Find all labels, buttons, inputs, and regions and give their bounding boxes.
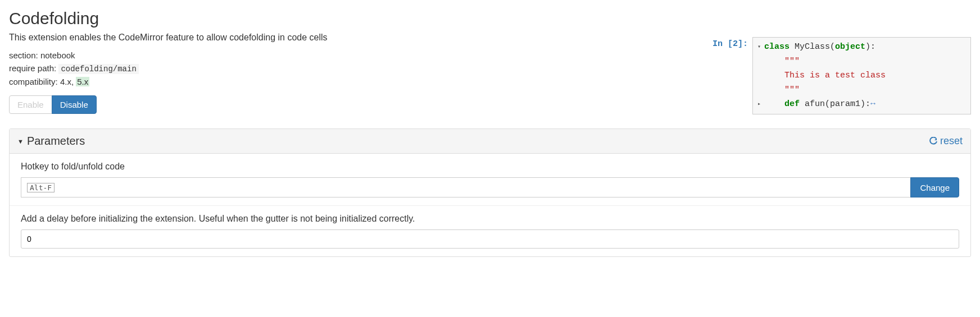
fold-down-icon[interactable]: ▾ (757, 42, 764, 52)
compat-v1: 4.x, (60, 77, 74, 86)
parameters-panel: ▼ Parameters reset Hotkey to fold/unfold… (9, 128, 971, 257)
code-line: ▸ def afun(param1):↔ (757, 97, 966, 112)
fold-right-icon[interactable]: ▸ (757, 99, 764, 109)
compat-label: compatibility: (9, 77, 58, 86)
code-text: """ (764, 83, 800, 98)
enable-disable-group: Enable Disable (9, 95, 97, 114)
code-line: """ (757, 54, 966, 69)
require-label: require path: (9, 63, 56, 73)
panel-title[interactable]: ▼ Parameters (17, 135, 85, 148)
code-line: This is a test class (757, 68, 966, 83)
code-preview: In [2]: ▾ class MyClass(object): """ Thi… (713, 37, 971, 114)
code-line: ▾ class MyClass(object): (757, 40, 966, 54)
refresh-icon (929, 137, 938, 146)
hotkey-input-row: Alt-F Change (21, 177, 959, 197)
delay-label: Add a delay before initializing the exte… (21, 214, 959, 224)
change-button[interactable]: Change (910, 177, 959, 197)
cell-prompt: In [2]: (713, 37, 752, 49)
panel-body: Hotkey to fold/unfold code Alt-F Change … (10, 154, 970, 256)
code-block: ▾ class MyClass(object): """ This is a t… (752, 37, 971, 114)
code-text: This is a test class (764, 68, 886, 83)
hotkey-input[interactable]: Alt-F (21, 177, 911, 197)
delay-input[interactable] (21, 229, 959, 249)
code-text: def afun(param1):↔ (764, 97, 875, 112)
code-text: """ (764, 54, 800, 69)
page-title: Codefolding (9, 9, 971, 28)
panel-heading: ▼ Parameters reset (10, 129, 970, 154)
reset-link[interactable]: reset (929, 135, 963, 147)
code-line: """ (757, 83, 966, 98)
require-value: codefolding/main (58, 64, 138, 74)
hotkey-label: Hotkey to fold/unfold code (21, 162, 959, 172)
code-text: class MyClass(object): (764, 40, 875, 54)
param-delay: Add a delay before initializing the exte… (10, 206, 970, 256)
param-hotkey: Hotkey to fold/unfold code Alt-F Change (10, 154, 970, 206)
section-label: section: (9, 50, 38, 60)
panel-title-text: Parameters (27, 135, 85, 148)
section-value: notebook (40, 50, 75, 60)
hotkey-value: Alt-F (27, 183, 55, 192)
reset-label: reset (940, 135, 963, 147)
caret-down-icon: ▼ (17, 138, 24, 145)
compat-v2: 5.x (76, 77, 89, 86)
enable-button[interactable]: Enable (9, 95, 52, 114)
disable-button[interactable]: Disable (52, 95, 97, 114)
